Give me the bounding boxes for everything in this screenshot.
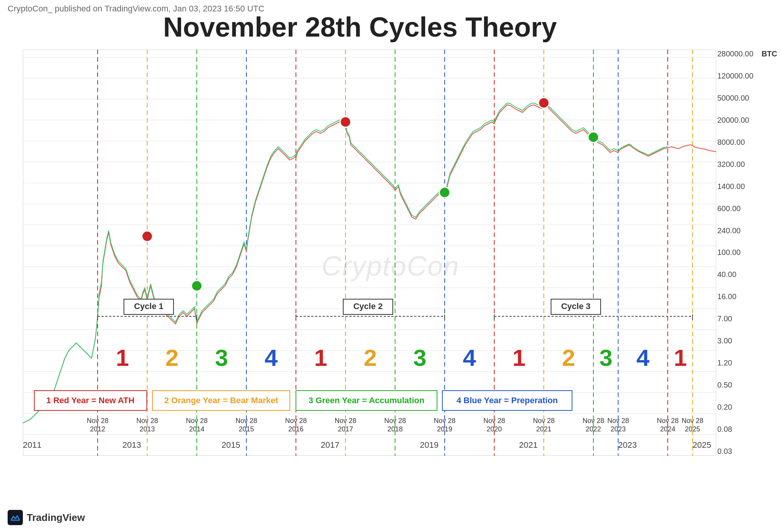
svg-text:2017: 2017 (338, 425, 353, 433)
svg-text:2: 2 (364, 345, 377, 371)
svg-text:Cycle 3: Cycle 3 (561, 301, 590, 311)
svg-text:Nov 28: Nov 28 (136, 417, 158, 425)
y-label-3200: 3200.00 (717, 160, 745, 169)
svg-text:Nov 28: Nov 28 (235, 417, 257, 425)
svg-text:Nov 28: Nov 28 (87, 417, 108, 425)
y-label-280000: 280000.00 (717, 50, 754, 58)
svg-text:Cycle 2: Cycle 2 (353, 301, 382, 311)
svg-text:4: 4 (265, 345, 278, 371)
chart-svg: Cycle 1 Cycle 2 Cycle 3 1 2 3 4 1 2 3 4 … (23, 50, 716, 456)
svg-text:Nov 28: Nov 28 (483, 417, 505, 425)
svg-text:Nov 28: Nov 28 (657, 417, 678, 425)
svg-text:3: 3 (215, 345, 228, 371)
svg-text:1: 1 (513, 345, 525, 371)
svg-text:2013: 2013 (140, 425, 155, 433)
svg-point-35 (142, 231, 153, 242)
y-label-7: 7.00 (717, 314, 732, 323)
y-label-40: 40.00 (717, 270, 736, 279)
svg-text:2023: 2023 (618, 440, 637, 450)
y-label-0-5: 0.50 (717, 381, 732, 389)
svg-text:2015: 2015 (222, 440, 240, 450)
y-label-100: 100.00 (717, 248, 741, 257)
svg-text:2022: 2022 (586, 425, 601, 433)
svg-text:4 Blue Year = Preperation: 4 Blue Year = Preperation (456, 396, 558, 405)
y-label-16: 16.00 (717, 292, 736, 301)
svg-text:2023: 2023 (611, 425, 626, 433)
svg-text:2013: 2013 (122, 440, 141, 450)
svg-text:3 Green Year = Accumulation: 3 Green Year = Accumulation (309, 396, 424, 405)
svg-text:2025: 2025 (693, 440, 711, 450)
svg-text:1: 1 (116, 345, 129, 371)
svg-text:2024: 2024 (660, 425, 675, 433)
y-label-8000: 8000.00 (717, 138, 745, 147)
y-label-1400: 1400.00 (717, 182, 745, 191)
y-label-3: 3.00 (717, 337, 732, 345)
svg-text:2: 2 (166, 345, 178, 371)
y-label-120000: 120000.00 (717, 72, 754, 80)
main-title: November 28th Cycles Theory (0, 11, 720, 43)
svg-point-39 (439, 187, 450, 198)
svg-text:Nov 28: Nov 28 (607, 417, 629, 425)
tv-icon (8, 510, 23, 525)
y-label-20000: 20000.00 (717, 116, 749, 125)
svg-text:2015: 2015 (239, 425, 254, 433)
svg-text:2018: 2018 (387, 425, 403, 433)
svg-point-40 (588, 132, 599, 143)
y-label-0-08: 0.08 (717, 425, 732, 434)
y-label-1-2: 1.20 (717, 359, 732, 367)
svg-text:Nov 28: Nov 28 (681, 417, 703, 425)
svg-text:Nov 28: Nov 28 (384, 417, 406, 425)
svg-text:Cycle 1: Cycle 1 (134, 301, 163, 311)
svg-text:2020: 2020 (487, 425, 502, 433)
svg-text:1: 1 (314, 345, 327, 371)
svg-text:4: 4 (636, 345, 650, 371)
tv-label: TradingView (27, 512, 85, 524)
svg-text:3: 3 (413, 345, 426, 371)
svg-text:Nov 28: Nov 28 (285, 417, 307, 425)
svg-text:Nov 28: Nov 28 (434, 417, 455, 425)
svg-text:2: 2 (562, 345, 575, 371)
chart-container: CryptoCon_ published on TradingView.com,… (0, 0, 781, 532)
svg-point-37 (538, 98, 549, 108)
svg-text:2019: 2019 (437, 425, 452, 433)
y-label-50000: 50000.00 (717, 94, 749, 103)
y-label-0-03: 0.03 (717, 447, 732, 456)
svg-text:2021: 2021 (536, 425, 551, 433)
svg-text:1: 1 (674, 345, 687, 371)
svg-text:Nov 28: Nov 28 (533, 417, 554, 425)
svg-rect-113 (10, 512, 21, 523)
svg-text:2011: 2011 (23, 440, 42, 450)
svg-text:4: 4 (463, 345, 476, 371)
tradingview-logo: TradingView (8, 510, 85, 525)
svg-text:2 Orange Year = Bear Market: 2 Orange Year = Bear Market (164, 396, 278, 405)
svg-text:2016: 2016 (288, 425, 304, 433)
svg-text:2021: 2021 (519, 440, 538, 450)
svg-text:1 Red Year = New ATH: 1 Red Year = New ATH (46, 396, 134, 405)
svg-text:Nov 28: Nov 28 (186, 417, 207, 425)
svg-text:2017: 2017 (321, 440, 339, 450)
svg-text:Nov 28: Nov 28 (582, 417, 604, 425)
y-label-240: 240.00 (717, 226, 741, 235)
svg-text:3: 3 (599, 345, 612, 371)
svg-text:2025: 2025 (685, 425, 700, 433)
svg-text:Nov 28: Nov 28 (334, 417, 356, 425)
y-label-600: 600.00 (717, 204, 741, 213)
svg-text:2019: 2019 (420, 440, 439, 450)
svg-text:2014: 2014 (189, 425, 204, 433)
svg-text:2012: 2012 (90, 425, 105, 433)
y-axis-labels: 280000.00 120000.00 50000.00 20000.00 80… (717, 50, 776, 456)
svg-point-36 (340, 117, 351, 127)
svg-point-38 (191, 280, 202, 291)
y-label-0-2: 0.20 (717, 403, 732, 412)
